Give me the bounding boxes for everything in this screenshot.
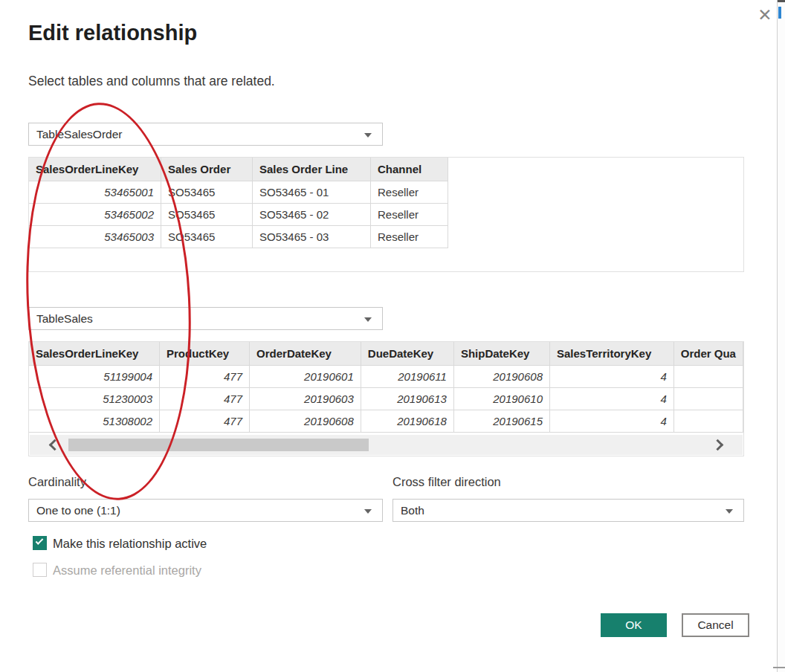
cell[interactable]: SO53465 [161, 226, 253, 248]
chevron-down-icon [364, 509, 372, 514]
table2-header-row: SalesOrderLineKey ProductKey OrderDateKe… [29, 342, 743, 366]
dialog-title: Edit relationship [28, 21, 197, 45]
cell[interactable]: 53465003 [29, 226, 161, 248]
table1-header-row: SalesOrderLineKey Sales Order Sales Orde… [29, 158, 448, 181]
cross-filter-select[interactable]: Both [392, 499, 744, 522]
table2: SalesOrderLineKey ProductKey OrderDateKe… [28, 341, 743, 433]
cell[interactable]: 4 [549, 366, 673, 388]
cell[interactable] [673, 410, 743, 433]
cancel-button[interactable]: Cancel [682, 613, 749, 637]
edit-relationship-dialog: ✕ Edit relationship Select tables and co… [0, 0, 785, 672]
column-header[interactable]: Sales Order [161, 158, 253, 181]
horizontal-scrollbar[interactable] [30, 435, 743, 455]
column-header[interactable]: Order Qua [673, 342, 743, 366]
table-row: 53465002 SO53465 SO53465 - 02 Reseller [29, 204, 448, 226]
chevron-down-icon [364, 133, 372, 138]
column-header[interactable]: SalesTerritoryKey [549, 342, 673, 366]
scroll-left-icon[interactable] [49, 439, 61, 451]
column-header[interactable]: DueDateKey [361, 342, 453, 366]
background-accent-fragment [778, 7, 781, 19]
cell[interactable]: 20190613 [361, 388, 453, 410]
cell[interactable]: 4 [549, 388, 673, 410]
cell[interactable] [673, 366, 743, 388]
table2-select[interactable]: TableSales [28, 307, 383, 330]
table-row: 53465001 SO53465 SO53465 - 01 Reseller [29, 181, 448, 204]
cell[interactable]: 477 [159, 410, 249, 433]
cell[interactable]: 20190601 [250, 366, 361, 388]
cell[interactable]: 20190618 [361, 410, 453, 433]
column-header[interactable]: OrderDateKey [250, 342, 361, 366]
column-header[interactable]: ShipDateKey [453, 342, 549, 366]
cell[interactable]: SO53465 - 02 [253, 204, 371, 226]
cell[interactable]: 53465002 [29, 204, 161, 226]
window-frame-fragment-bottom [773, 667, 785, 668]
table1-preview: SalesOrderLineKey Sales Order Sales Orde… [28, 157, 744, 272]
cell[interactable]: SO53465 - 01 [253, 181, 371, 204]
cell[interactable]: Reseller [371, 204, 448, 226]
cell[interactable]: 20190610 [453, 388, 549, 410]
cell[interactable]: 20190608 [453, 366, 549, 388]
cross-filter-value: Both [401, 504, 424, 517]
cardinality-value: One to one (1:1) [36, 504, 120, 517]
cell[interactable]: 20190611 [361, 366, 453, 388]
column-header[interactable]: SalesOrderLineKey [29, 342, 160, 366]
chevron-down-icon [364, 317, 372, 322]
cell[interactable]: 20190615 [453, 410, 549, 433]
table-row: 51230003 477 20190603 20190613 20190610 … [29, 388, 743, 410]
checkbox-checked-icon[interactable] [33, 536, 47, 550]
close-icon[interactable]: ✕ [752, 2, 778, 28]
cell[interactable]: 477 [159, 366, 249, 388]
scrollbar-thumb[interactable] [68, 439, 369, 451]
cell[interactable]: Reseller [371, 181, 448, 204]
table2-preview: SalesOrderLineKey ProductKey OrderDateKe… [28, 341, 744, 456]
background-window-edge [777, 0, 785, 672]
cell[interactable]: Reseller [371, 226, 448, 248]
dialog-subtitle: Select tables and columns that are relat… [28, 74, 275, 89]
cross-filter-label: Cross filter direction [392, 475, 501, 489]
assume-referential-integrity-label: Assume referential integrity [53, 563, 201, 578]
table-row: 51199004 477 20190601 20190611 20190608 … [29, 366, 743, 388]
table-row: 51308002 477 20190608 20190618 20190615 … [29, 410, 743, 433]
cardinality-select[interactable]: One to one (1:1) [28, 499, 383, 522]
table2-select-value: TableSales [36, 312, 93, 325]
cell[interactable]: 51199004 [29, 366, 160, 388]
cell[interactable]: 20190608 [250, 410, 361, 433]
cell[interactable]: 51230003 [29, 388, 160, 410]
chevron-down-icon [726, 509, 733, 514]
scroll-right-icon[interactable] [712, 439, 724, 451]
checkmark-icon [36, 537, 44, 545]
make-relationship-active-label: Make this relationship active [53, 536, 207, 551]
cardinality-label: Cardinality [28, 475, 86, 489]
cell[interactable]: SO53465 - 03 [253, 226, 371, 248]
table1: SalesOrderLineKey Sales Order Sales Orde… [28, 157, 448, 248]
cell[interactable]: 53465001 [29, 181, 161, 204]
column-header[interactable]: Sales Order Line [253, 158, 371, 181]
table1-select[interactable]: TableSalesOrder [28, 123, 383, 146]
cell[interactable]: 20190603 [250, 388, 361, 410]
table1-select-value: TableSalesOrder [36, 128, 122, 140]
checkbox-unchecked-icon [33, 563, 47, 577]
cell[interactable]: 51308002 [29, 410, 160, 433]
cell[interactable]: 477 [159, 388, 249, 410]
column-header[interactable]: SalesOrderLineKey [29, 158, 161, 181]
ok-button[interactable]: OK [601, 613, 667, 637]
cell[interactable]: 4 [549, 410, 673, 433]
column-header[interactable]: ProductKey [159, 342, 249, 366]
table-row: 53465003 SO53465 SO53465 - 03 Reseller [29, 226, 448, 248]
cell[interactable]: SO53465 [161, 204, 253, 226]
window-frame-fragment [778, 0, 785, 2]
cell[interactable] [673, 388, 743, 410]
cell[interactable]: SO53465 [161, 181, 253, 204]
column-header[interactable]: Channel [371, 158, 448, 181]
